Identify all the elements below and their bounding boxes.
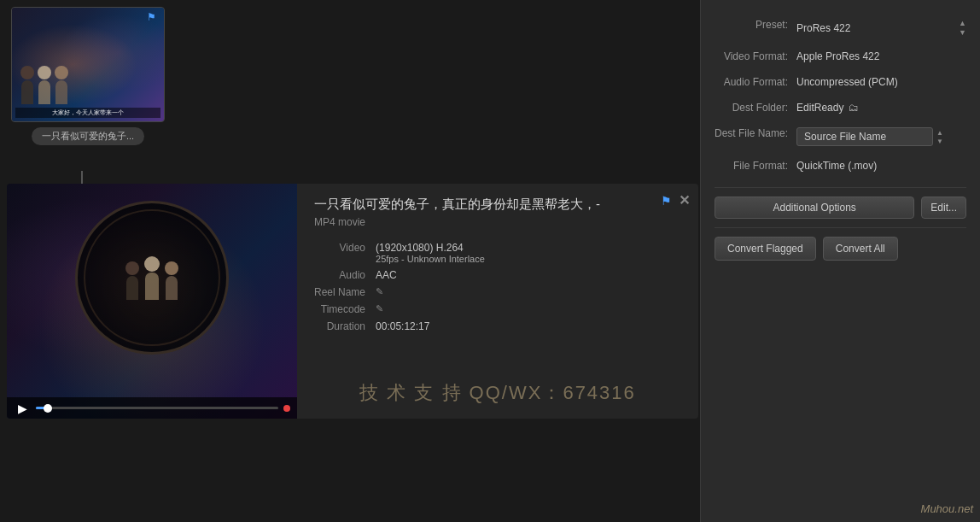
video-preview: ▶ <box>7 184 297 419</box>
record-dot <box>283 405 290 412</box>
audio-format-value: Uncompressed (PCM) <box>796 69 966 95</box>
thumbnail-card[interactable]: 大家好，今天人家带来一个 ⚑ <box>11 7 165 122</box>
dest-folder-value: EditReady <box>796 102 843 114</box>
video-spec-value: (1920x1080) H.264 25fps - Unknown Interl… <box>376 242 681 264</box>
dest-folder-value-row: EditReady 🗂 <box>796 95 966 120</box>
dest-file-input[interactable] <box>796 127 933 146</box>
reel-value: ✎ <box>376 286 681 298</box>
reel-label: Reel Name <box>314 286 365 298</box>
watermark-text: 技 术 支 持 QQ/WX：674316 <box>297 380 698 406</box>
video-spec-label: Video <box>314 242 365 264</box>
convert-all-button[interactable]: Convert All <box>823 237 898 261</box>
video-format-label: Video Format: <box>715 44 796 69</box>
video-controls: ▶ <box>7 397 297 419</box>
file-format-value: QuickTime (.mov) <box>796 153 966 179</box>
panel-close-button[interactable]: ✕ <box>679 192 690 208</box>
timecode-label: Timecode <box>314 303 365 315</box>
cage-circle <box>75 201 229 355</box>
timeline-bar[interactable] <box>36 407 278 409</box>
play-button[interactable]: ▶ <box>14 400 31 417</box>
video-figure-3 <box>165 261 178 300</box>
panel-buttons: ⚑ ✕ <box>661 192 690 208</box>
dest-file-arrows[interactable]: ▲▼ <box>936 129 943 145</box>
audio-label: Audio <box>314 269 365 281</box>
figure-1 <box>20 66 34 104</box>
video-info: ⚑ ✕ 一只看似可爱的兔子，真正的身份却是黑帮老大，- MP4 movie Vi… <box>297 184 698 419</box>
left-panel: 大家好，今天人家带来一个 ⚑ 一只看似可爱的兔子... <box>0 0 700 522</box>
video-figure-2 <box>144 256 160 300</box>
figure-2 <box>38 66 51 104</box>
video-title: 一只看似可爱的兔子，真正的身份却是黑帮老大，- <box>314 196 681 213</box>
separator-2 <box>715 227 966 228</box>
timecode-edit-icon[interactable]: ✎ <box>376 303 383 314</box>
duration-label: Duration <box>314 320 365 332</box>
video-panel: ▶ ⚑ ✕ 一只看似可爱的兔子，真正的身份却是黑帮老大，- MP4 movie … <box>7 184 698 419</box>
convert-flagged-button[interactable]: Convert Flagged <box>715 237 816 261</box>
figure-group <box>125 256 178 300</box>
edit-button[interactable]: Edit... <box>921 196 966 219</box>
bottom-watermark: Muhou.net <box>921 502 973 515</box>
thumbnail-image: 大家好，今天人家带来一个 <box>12 8 164 121</box>
dest-folder-label: Dest Folder: <box>715 95 796 120</box>
audio-format-label: Audio Format: <box>715 69 796 95</box>
separator-1 <box>715 187 966 188</box>
reel-edit-icon[interactable]: ✎ <box>376 286 383 297</box>
thumbnail-label[interactable]: 一只看似可爱的兔子... <box>32 127 144 145</box>
additional-options-button[interactable]: Additional Options <box>715 196 914 219</box>
preset-arrows[interactable]: ▲▼ <box>959 19 966 37</box>
video-format-value: Apple ProRes 422 <box>796 44 966 69</box>
info-grid: Video (1920x1080) H.264 25fps - Unknown … <box>314 242 681 332</box>
timeline-thumb[interactable] <box>44 404 52 413</box>
audio-value: AAC <box>376 269 681 281</box>
dest-file-label: Dest File Name: <box>715 120 796 153</box>
thumb-flag-icon[interactable]: ⚑ <box>147 11 159 23</box>
thumb-subtitle: 大家好，今天人家带来一个 <box>15 108 160 118</box>
right-panel: Preset: ProRes 422 ▲▼ Video Format: Appl… <box>700 0 980 522</box>
preset-label: Preset: <box>715 12 796 44</box>
thumbnail-area: 大家好，今天人家带来一个 ⚑ 一只看似可爱的兔子... <box>7 7 169 169</box>
options-buttons-row: Additional Options Edit... <box>715 196 966 219</box>
figure-3 <box>55 66 68 104</box>
settings-grid: Preset: ProRes 422 ▲▼ Video Format: Appl… <box>715 12 966 179</box>
video-figure-1 <box>125 261 139 300</box>
convert-buttons-row: Convert Flagged Convert All <box>715 237 966 261</box>
timecode-value: ✎ <box>376 303 681 315</box>
folder-icon[interactable]: 🗂 <box>849 102 859 114</box>
video-type: MP4 movie <box>314 216 681 228</box>
preset-value-row: ProRes 422 ▲▼ <box>796 12 966 44</box>
preset-value: ProRes 422 <box>796 22 850 34</box>
duration-value: 00:05:12:17 <box>376 320 681 332</box>
dest-file-value-row: ▲▼ <box>796 120 966 153</box>
cage-inner <box>84 209 220 346</box>
video-background <box>7 184 297 419</box>
file-format-label: File Format: <box>715 153 796 179</box>
panel-flag-button[interactable]: ⚑ <box>661 194 672 208</box>
